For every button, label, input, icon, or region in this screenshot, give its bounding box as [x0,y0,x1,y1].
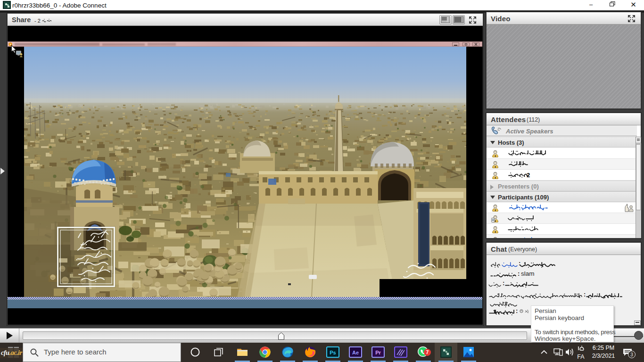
svg-text:Ps: Ps [330,350,336,355]
svg-text:Pr: Pr [375,350,381,355]
svg-text:Ae: Ae [352,350,359,355]
